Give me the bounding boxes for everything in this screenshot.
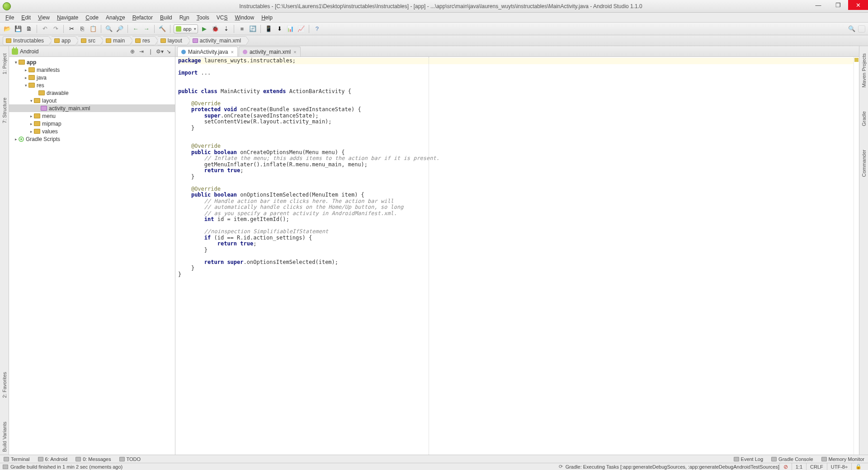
error-icon[interactable]: ⊘ <box>783 464 788 470</box>
project-view-label[interactable]: Android <box>20 48 38 55</box>
tab-favorites[interactable]: 2: Favorites <box>1 369 8 400</box>
close-button[interactable]: ✕ <box>848 0 868 10</box>
tree-res[interactable]: ▾res <box>9 81 175 89</box>
sync-icon[interactable]: 🔄 <box>248 24 257 33</box>
crumb-main[interactable]: main <box>103 36 130 45</box>
back-icon[interactable]: ← <box>131 24 140 33</box>
crumb-file[interactable]: activity_main.xml <box>190 36 246 45</box>
tab-commander[interactable]: Commander <box>860 147 868 180</box>
crumb-res[interactable]: res <box>132 36 155 45</box>
maximize-button[interactable]: ❐ <box>828 0 848 10</box>
menu-navigate[interactable]: Navigate <box>53 14 82 22</box>
separator <box>234 25 234 33</box>
status-message: Gradle build finished in 1 min 2 sec (mo… <box>10 464 123 470</box>
run-config-select[interactable]: app <box>174 24 198 33</box>
code-editor[interactable]: package laurens_wuyts.instructables; imp… <box>175 57 854 455</box>
stop-icon[interactable]: ■ <box>237 24 246 33</box>
avd-icon[interactable]: 📱 <box>264 24 273 33</box>
menu-vcs[interactable]: VCS <box>213 14 231 22</box>
tab-messages[interactable]: 0: Messages <box>75 456 111 462</box>
tree-layout[interactable]: ▾layout <box>9 97 175 104</box>
menu-build[interactable]: Build <box>156 14 176 22</box>
tree-values[interactable]: ▸values <box>9 127 175 135</box>
tab-memory-monitor[interactable]: Memory Monitor <box>821 456 864 462</box>
tab-event-log[interactable]: Event Log <box>734 456 764 462</box>
close-tab-icon[interactable]: × <box>231 49 233 55</box>
redo-icon[interactable]: ↷ <box>51 24 60 33</box>
inspection-indicator-icon[interactable] <box>854 58 859 62</box>
tree-app[interactable]: ▾app <box>9 58 175 66</box>
tab-build-variants[interactable]: Build Variants <box>1 419 8 455</box>
copy-icon[interactable]: ⎘ <box>78 24 87 33</box>
crumb-src[interactable]: src <box>78 36 100 45</box>
tab-project[interactable]: 1: Project <box>1 51 8 77</box>
saveall-icon[interactable]: 🗎 <box>24 24 33 33</box>
line-separator[interactable]: CRLF <box>806 463 827 470</box>
editor-tabs: MainActivity.java × activity_main.xml × <box>175 46 859 57</box>
menu-edit[interactable]: Edit <box>18 14 34 22</box>
make-icon[interactable]: 🔨 <box>158 24 167 33</box>
find-icon[interactable]: 🔍 <box>104 24 113 33</box>
tree-drawable[interactable]: drawable <box>9 89 175 97</box>
open-icon[interactable]: 📂 <box>3 24 12 33</box>
tree-manifests[interactable]: ▸manifests <box>9 66 175 74</box>
crumb-layout[interactable]: layout <box>158 36 187 45</box>
status-icon[interactable] <box>3 465 8 469</box>
tab-gradle-console[interactable]: Gradle Console <box>771 456 813 462</box>
tab-activity-main-xml[interactable]: activity_main.xml × <box>239 47 301 56</box>
tab-gradle[interactable]: Gradle <box>860 108 868 129</box>
search-icon[interactable]: 🔍 <box>847 24 856 33</box>
android-icon <box>176 26 181 32</box>
hide-icon[interactable]: ↘ <box>165 48 172 55</box>
menu-file[interactable]: File <box>2 14 18 22</box>
minimize-button[interactable]: — <box>808 0 828 10</box>
attach-icon[interactable]: ⇣ <box>222 24 231 33</box>
help-icon[interactable]: ? <box>312 24 321 33</box>
replace-icon[interactable]: 🔎 <box>115 24 124 33</box>
menu-view[interactable]: View <box>34 14 53 22</box>
undo-icon[interactable]: ↶ <box>40 24 49 33</box>
tab-structure[interactable]: 7: Structure <box>1 95 8 126</box>
cut-icon[interactable]: ✂ <box>67 24 76 33</box>
tab-terminal[interactable]: Terminal <box>4 456 30 462</box>
collapse-all-icon[interactable]: ⇥ <box>138 48 145 55</box>
crumb-project[interactable]: Instructables <box>3 36 49 45</box>
forward-icon[interactable]: → <box>142 24 151 33</box>
menu-code[interactable]: Code <box>82 14 102 22</box>
sdk-icon[interactable]: ⬇ <box>275 24 284 33</box>
tree-activity-main[interactable]: activity_main.xml <box>9 104 175 112</box>
avatar-icon[interactable] <box>858 25 865 33</box>
menu-window[interactable]: Window <box>231 14 258 22</box>
debug-icon[interactable]: 🐞 <box>211 24 220 33</box>
tree-mipmap[interactable]: ▸mipmap <box>9 120 175 127</box>
tab-android[interactable]: 6: Android <box>38 456 68 462</box>
menu-refactor[interactable]: Refactor <box>129 14 156 22</box>
marker-bar[interactable] <box>854 57 859 455</box>
tab-todo[interactable]: TODO <box>119 456 141 462</box>
scroll-from-source-icon[interactable]: ⊕ <box>129 48 136 55</box>
menu-tools[interactable]: Tools <box>193 14 213 22</box>
lock-icon[interactable]: 🔒 <box>851 463 865 470</box>
ddms-icon[interactable]: 📊 <box>286 24 295 33</box>
menu-help[interactable]: Help <box>258 14 276 22</box>
menu-bar: File Edit View Navigate Code Analyze Ref… <box>0 13 868 23</box>
monitor-icon[interactable]: 📈 <box>297 24 306 33</box>
tree-gradle-scripts[interactable]: ▸Gradle Scripts <box>9 135 175 143</box>
crumb-app[interactable]: app <box>52 36 75 45</box>
paste-icon[interactable]: 📋 <box>89 24 98 33</box>
save-icon[interactable]: 💾 <box>14 24 23 33</box>
cursor-position[interactable]: 1:1 <box>792 463 806 470</box>
tab-maven[interactable]: Maven Projects <box>860 51 868 90</box>
gear-icon[interactable]: ⚙▾ <box>156 48 163 55</box>
menu-run[interactable]: Run <box>176 14 193 22</box>
tree-java[interactable]: ▸java <box>9 74 175 81</box>
tab-main-activity[interactable]: MainActivity.java × <box>177 47 238 56</box>
close-tab-icon[interactable]: × <box>293 49 296 55</box>
project-tree[interactable]: ▾app ▸manifests ▸java ▾res drawable ▾lay… <box>9 57 175 455</box>
run-icon[interactable]: ▶ <box>200 24 209 33</box>
menu-analyze[interactable]: Analyze <box>102 14 129 22</box>
xml-icon <box>41 106 47 111</box>
app-icon <box>3 2 11 10</box>
file-encoding[interactable]: UTF-8 <box>831 464 845 470</box>
tree-menu[interactable]: ▸menu <box>9 112 175 120</box>
